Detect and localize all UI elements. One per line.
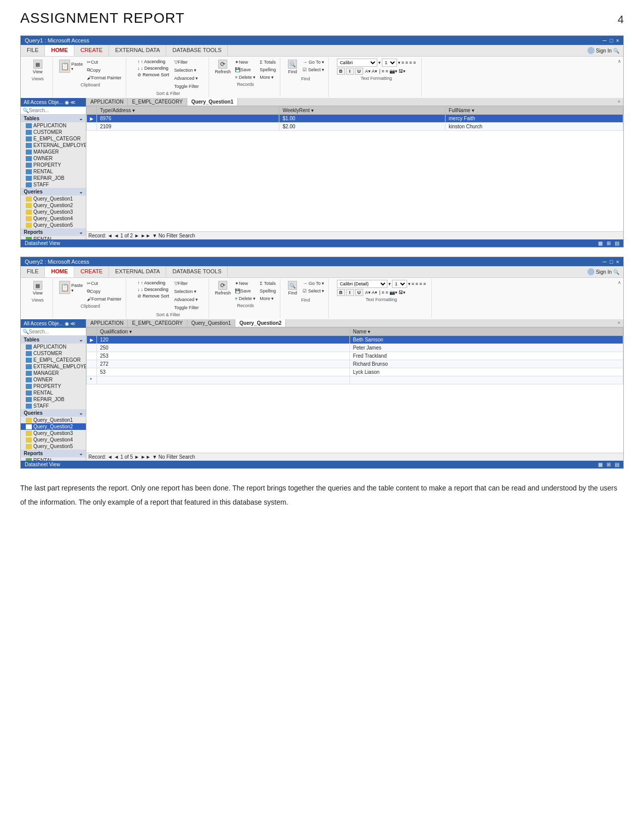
tab-external-data-2[interactable]: EXTERNAL DATA — [109, 266, 166, 277]
ribbon-collapse-icon-1[interactable]: ∧ — [618, 59, 621, 64]
font-size-select-1[interactable]: 11 — [382, 59, 397, 67]
tables-section-1[interactable]: Tables ⌄ — [21, 115, 86, 122]
refresh-btn-1[interactable]: ⟳ Refresh — [214, 59, 232, 75]
find-btn-1[interactable]: 🔍 Find — [285, 59, 300, 75]
search-icon-2[interactable]: 🔍 — [613, 269, 619, 275]
sign-in-label-1[interactable]: Sign In — [596, 48, 612, 54]
nav-item-q4-1[interactable]: Query_Question4 — [21, 215, 86, 222]
col-fullname-1[interactable]: FullName ▾ — [445, 107, 623, 115]
nav-item-q2-2[interactable]: Query_Question2 — [21, 423, 86, 430]
replace-btn-1[interactable]: → Go To ▾ — [302, 59, 325, 66]
nav-item-q1-2[interactable]: Query_Question1 — [21, 417, 86, 423]
maximize-icon-2[interactable]: □ — [610, 259, 613, 265]
query-tab-q2-2[interactable]: Query_Question2 — [235, 319, 286, 327]
nav-item-manager-1[interactable]: MANAGER — [21, 149, 86, 155]
col-weekly-rent-1[interactable]: WeeklyRent ▾ — [279, 107, 445, 115]
tab-collapse-icon-1[interactable]: × — [615, 98, 623, 106]
save-btn-1[interactable]: 💾 Save — [234, 66, 257, 73]
reports-section-2[interactable]: Reports ⌄ — [21, 450, 86, 457]
table-row-2-2[interactable]: 250 Peter James — [87, 344, 623, 352]
nav-item-q5-1[interactable]: Query_Question5 — [21, 222, 86, 228]
window-controls-2[interactable]: ─ □ × — [603, 259, 619, 265]
sign-in-area-2[interactable]: Sign In 🔍 — [587, 266, 623, 277]
tab-create-2[interactable]: CREATE — [74, 266, 109, 277]
queries-section-2[interactable]: Queries ⌄ — [21, 409, 86, 417]
delete-btn-2[interactable]: × Delete ▾ — [234, 295, 257, 302]
find-btn-2[interactable]: 🔍 Find — [285, 280, 300, 297]
delete-btn-1[interactable]: × Delete ▾ — [234, 74, 257, 81]
save-btn-2[interactable]: 💾 Save — [234, 287, 257, 295]
tab-database-tools-2[interactable]: DATABASE TOOLS — [166, 266, 228, 277]
ascending-btn-2[interactable]: ↑ ↑ Ascending — [136, 280, 170, 286]
copy-btn-1[interactable]: ⧉ Copy — [86, 66, 123, 74]
format-painter-btn-1[interactable]: 🖌 Format Painter — [86, 74, 123, 81]
nav-item-repair-2[interactable]: REPAIR_JOB — [21, 396, 86, 403]
font-name-select-2[interactable]: Calibri (Detail) — [337, 280, 387, 288]
query-tab-e-empl-1[interactable]: E_EMPL_CATEGORY — [128, 98, 187, 106]
bold-btn-2[interactable]: B — [337, 289, 345, 296]
descending-btn-2[interactable]: ↓ ↓ Descending — [136, 286, 170, 292]
more-btn-1[interactable]: More ▾ — [259, 74, 277, 81]
tab-home-2[interactable]: HOME — [45, 266, 74, 277]
maximize-icon[interactable]: □ — [610, 37, 613, 43]
minimize-icon[interactable]: ─ — [603, 37, 607, 43]
ascending-btn-1[interactable]: ↑ ↑ Ascending — [136, 59, 170, 65]
selection-btn-1[interactable]: Selection ▾ — [173, 67, 200, 74]
nav-item-q1-1[interactable]: Query_Question1 — [21, 195, 86, 202]
bold-btn-1[interactable]: B — [337, 68, 345, 75]
advanced-btn-2[interactable]: Advanced ▾ — [173, 296, 200, 303]
nav-item-staff-2[interactable]: STAFF — [21, 403, 86, 409]
queries-section-1[interactable]: Queries ⌄ — [21, 188, 86, 195]
toggle-filter-btn-2[interactable]: Toggle Filter — [173, 304, 200, 311]
tab-collapse-icon-2[interactable]: × — [615, 319, 623, 327]
nav-item-q3-2[interactable]: Query_Question3 — [21, 430, 86, 436]
format-painter-btn-2[interactable]: 🖌 Format Painter — [86, 296, 123, 303]
ribbon-collapse-icon-2[interactable]: ∧ — [618, 280, 621, 285]
query-tab-q1-1[interactable]: Query_Question1 — [187, 98, 238, 106]
table-row-2-4[interactable]: 272 Richard Brunso — [87, 360, 623, 368]
cut-btn-2[interactable]: ✂ Cut — [86, 280, 123, 287]
nav-item-rental-report-1[interactable]: RENTAL — [21, 236, 86, 239]
filter-btn-2[interactable]: ▽ Filter — [173, 280, 200, 287]
nav-item-q5-2[interactable]: Query_Question5 — [21, 443, 86, 450]
query-tab-application-2[interactable]: APPLICATION — [86, 319, 128, 327]
table-row-2-3[interactable]: 253 Fred Trackland — [87, 352, 623, 360]
table-row-new-2[interactable]: * — [87, 376, 623, 384]
select-btn-1[interactable]: ☑ Select ▾ — [302, 66, 325, 73]
totals-btn-2[interactable]: Σ Totals — [259, 280, 277, 287]
col-name-2[interactable]: Name ▾ — [350, 328, 623, 336]
table-row-2-1[interactable]: ▶ 120 Beth Samson — [87, 336, 623, 344]
tab-file-1[interactable]: FILE — [21, 45, 45, 56]
query-tab-q1-2[interactable]: Query_Question1 — [187, 319, 235, 327]
nav-item-rental-2[interactable]: RENTAL — [21, 389, 86, 396]
paste-btn-1[interactable]: 📋 Paste ▾ — [58, 59, 84, 74]
spelling-btn-1[interactable]: Spelling — [259, 66, 277, 73]
paste-btn-2[interactable]: 📋 Paste ▾ — [58, 280, 84, 296]
spelling-btn-2[interactable]: Spelling — [259, 287, 277, 295]
close-icon-2[interactable]: × — [616, 259, 619, 265]
nav-item-e-empl-1[interactable]: E_EMPL_CATEGOR — [21, 135, 86, 142]
italic-btn-1[interactable]: I — [346, 68, 354, 75]
col-qualification-2[interactable]: Qualification ▾ — [97, 328, 350, 336]
minimize-icon-2[interactable]: ─ — [603, 259, 607, 265]
nav-item-owner-2[interactable]: OWNER — [21, 376, 86, 383]
underline-btn-2[interactable]: U — [355, 289, 363, 296]
select-btn-2[interactable]: ☑ Select ▾ — [302, 287, 325, 295]
advanced-btn-1[interactable]: Advanced ▾ — [173, 75, 200, 82]
copy-btn-2[interactable]: ⧉ Copy — [86, 287, 123, 295]
query-tab-application-1[interactable]: APPLICATION — [86, 98, 128, 106]
nav-item-property-2[interactable]: PROPERTY — [21, 383, 86, 389]
tab-file-2[interactable]: FILE — [21, 266, 45, 277]
font-size-select-2[interactable]: 11 — [392, 280, 407, 288]
close-icon[interactable]: × — [616, 37, 619, 43]
table-row-1-2[interactable]: 2109 $2.00 kinston Church — [87, 123, 623, 131]
sign-in-area-1[interactable]: Sign In 🔍 — [587, 45, 623, 56]
remove-sort-btn-1[interactable]: ⊘ Remove Sort — [136, 72, 170, 78]
tab-create-1[interactable]: CREATE — [74, 45, 109, 56]
search-icon-1[interactable]: 🔍 — [613, 48, 619, 54]
underline-btn-1[interactable]: U — [355, 68, 363, 75]
nav-search-1[interactable]: 🔍 — [21, 107, 86, 115]
totals-btn-1[interactable]: Σ Totals — [259, 59, 277, 66]
nav-item-owner-1[interactable]: OWNER — [21, 155, 86, 162]
nav-item-rental-1[interactable]: RENTAL — [21, 168, 86, 175]
